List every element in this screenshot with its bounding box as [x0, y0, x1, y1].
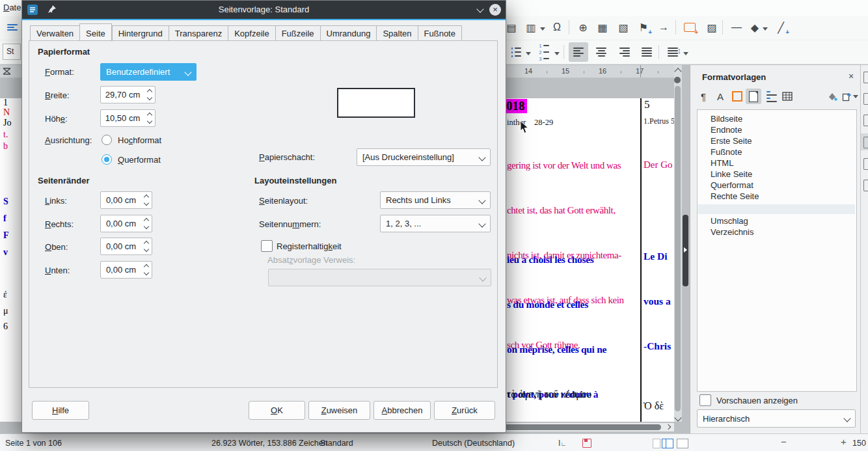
- list-item[interactable]: Erste Seite: [711, 136, 752, 146]
- frame-styles-icon[interactable]: [729, 89, 745, 104]
- tab-umrandung[interactable]: Umrandung: [320, 25, 377, 41]
- footnote-icon[interactable]: ▦: [593, 18, 612, 36]
- tab-fussnote[interactable]: Fußnote: [418, 25, 462, 41]
- align-right-icon[interactable]: [616, 43, 634, 61]
- ruler-margin-marker[interactable]: [640, 65, 641, 77]
- sidebar-tab-icon[interactable]: [863, 137, 868, 148]
- language-status[interactable]: Deutsch (Deutschland): [432, 439, 515, 448]
- insert-field-icon[interactable]: ⊕: [574, 18, 592, 36]
- selected-style-row[interactable]: [698, 204, 855, 214]
- bookmark-icon[interactable]: ⚑+: [634, 18, 653, 36]
- registerhaltigkeit-checkbox[interactable]: [261, 240, 273, 252]
- paragraph-styles-icon[interactable]: ¶: [696, 89, 711, 104]
- endnote-icon[interactable]: ▧: [614, 18, 632, 36]
- numbered-list-icon[interactable]: 1 2 3: [535, 43, 553, 61]
- list-item[interactable]: Querformat: [711, 180, 753, 190]
- format-select[interactable]: Benutzerdefiniert: [100, 63, 197, 81]
- hoehe-input[interactable]: 10,50 cm: [100, 109, 156, 127]
- tab-transparenz[interactable]: Transparenz: [169, 25, 228, 41]
- sidebar-hide-handle[interactable]: [683, 215, 688, 286]
- list-item[interactable]: Umschlag: [711, 216, 748, 226]
- ruler-corner-icon[interactable]: [3, 67, 11, 75]
- oben-input[interactable]: 0,00 cm: [100, 238, 152, 255]
- tab-fusszeile[interactable]: Fußzeile: [275, 25, 320, 41]
- cancel-button[interactable]: Abbrechen: [373, 401, 431, 420]
- align-justify-icon[interactable]: [638, 43, 656, 61]
- reset-button[interactable]: Zurück: [434, 401, 495, 420]
- paragraph-style-combo[interactable]: St: [3, 44, 21, 60]
- numbered-list-dropdown-icon[interactable]: [554, 52, 560, 55]
- tab-seite[interactable]: Seite: [79, 23, 112, 41]
- list-item[interactable]: Linke Seite: [711, 169, 752, 179]
- zoom-in-icon[interactable]: +: [841, 436, 847, 447]
- single-page-view-icon[interactable]: [653, 439, 660, 448]
- zoom-out-icon[interactable]: −: [781, 436, 787, 447]
- unsaved-changes-icon[interactable]: [582, 439, 591, 448]
- track-changes-icon[interactable]: ▨: [703, 18, 721, 36]
- show-previews-checkbox[interactable]: [699, 394, 711, 406]
- close-icon[interactable]: ×: [489, 4, 501, 16]
- special-character-icon[interactable]: Ω: [548, 18, 566, 36]
- align-left-icon[interactable]: [569, 42, 588, 62]
- rechts-input[interactable]: 0,00 cm: [100, 215, 152, 232]
- character-styles-icon[interactable]: A: [712, 89, 728, 104]
- text-box-icon[interactable]: ▥: [522, 18, 540, 36]
- bullet-list-dropdown-icon[interactable]: [526, 52, 531, 55]
- list-item[interactable]: Verzeichnis: [711, 227, 753, 237]
- registerhaltigkeit-label[interactable]: Registerhaltigkeit: [277, 241, 342, 251]
- querformat-label[interactable]: Querformat: [118, 155, 161, 165]
- selection-mode-icon[interactable]: I∟: [558, 439, 566, 448]
- new-style-from-selection-icon[interactable]: [839, 89, 854, 104]
- line-spacing-icon[interactable]: ↕: [662, 43, 681, 61]
- text-box-dropdown-icon[interactable]: [540, 27, 545, 31]
- sidebar-tab-icon[interactable]: [863, 72, 868, 83]
- links-input[interactable]: 0,00 cm: [100, 191, 152, 209]
- tab-verwalten[interactable]: Verwalten: [30, 25, 79, 41]
- list-item[interactable]: HTML: [711, 158, 733, 168]
- sidebar-tab-icon[interactable]: [863, 115, 868, 126]
- shapes-dropdown-icon[interactable]: [763, 27, 768, 31]
- list-styles-icon[interactable]: [763, 89, 779, 104]
- list-item[interactable]: Fußnote: [711, 147, 742, 157]
- word-count-status[interactable]: 26.923 Wörter, 153.886 Zeichen: [211, 439, 328, 448]
- menu-datei[interactable]: Datei: [3, 3, 23, 12]
- apply-button[interactable]: Zuweisen: [308, 401, 370, 420]
- seitennummern-select[interactable]: 1, 2, 3, ...: [380, 215, 491, 232]
- book-view-icon[interactable]: [677, 439, 688, 448]
- page-style-status[interactable]: Standard: [320, 439, 353, 448]
- tab-spalten[interactable]: Spalten: [376, 25, 417, 41]
- page-styles-icon[interactable]: [746, 89, 761, 104]
- styles-actions-dropdown-icon[interactable]: [853, 95, 858, 98]
- align-center-icon[interactable]: [592, 43, 610, 61]
- unten-input[interactable]: 0,00 cm: [100, 261, 152, 279]
- breite-input[interactable]: 29,70 cm: [100, 86, 156, 103]
- list-item[interactable]: Endnote: [711, 125, 742, 135]
- multi-page-view-icon2[interactable]: [666, 439, 673, 448]
- styles-list[interactable]: Bildseite Endnote Erste Seite Fußnote HT…: [697, 109, 857, 392]
- fill-format-icon[interactable]: [824, 89, 840, 104]
- seitenlayout-select[interactable]: Rechts und Links: [380, 191, 491, 209]
- ok-button[interactable]: OK: [249, 401, 305, 420]
- sidebar-tab-icon[interactable]: [863, 158, 868, 170]
- line-icon[interactable]: —: [727, 18, 746, 36]
- tab-kopfzeile[interactable]: Kopfzeile: [228, 25, 275, 41]
- tab-hintergrund[interactable]: Hintergrund: [112, 25, 169, 41]
- table-styles-icon[interactable]: [780, 89, 795, 104]
- comment-icon[interactable]: +: [681, 18, 699, 36]
- page-count-status[interactable]: Seite 1 von 106: [5, 439, 62, 448]
- list-item[interactable]: Rechte Seite: [711, 191, 759, 201]
- dialog-titlebar[interactable]: Seitenvorlage: Standard ×: [22, 1, 506, 19]
- line-spacing-dropdown-icon[interactable]: [683, 52, 688, 55]
- hochformat-label[interactable]: Hochformat: [118, 135, 161, 145]
- vertical-scrollbar-thumb[interactable]: [675, 86, 681, 411]
- cross-reference-icon[interactable]: →: [655, 18, 673, 36]
- close-icon[interactable]: ×: [848, 71, 854, 81]
- papierschacht-select[interactable]: [Aus Druckereinstellung]: [357, 148, 491, 166]
- scrollbar-split-knob[interactable]: [674, 77, 681, 83]
- bullet-list-icon[interactable]: [507, 43, 525, 61]
- basic-shapes-icon[interactable]: ◆: [746, 18, 764, 36]
- freeform-line-icon[interactable]: ╱+: [772, 18, 790, 36]
- help-button[interactable]: Hilfe: [32, 401, 89, 420]
- styles-filter-select[interactable]: Hierarchisch: [697, 409, 856, 428]
- zoom-level[interactable]: 150: [852, 439, 866, 448]
